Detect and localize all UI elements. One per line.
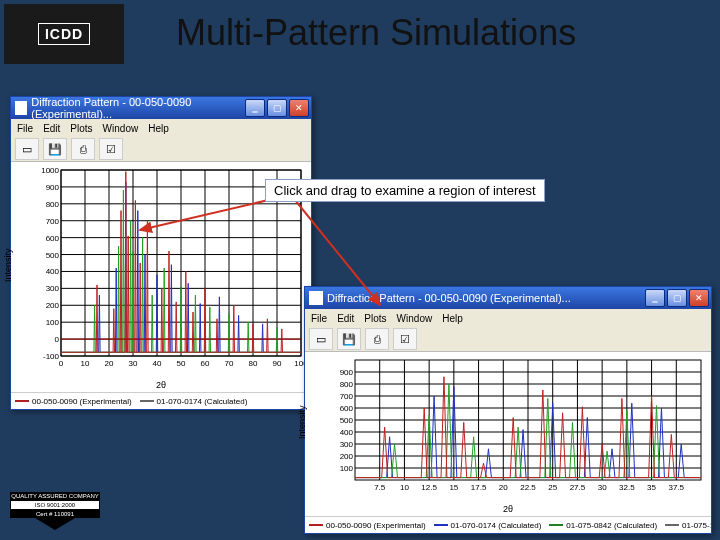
svg-text:27.5: 27.5	[570, 483, 586, 492]
svg-text:-100: -100	[43, 352, 60, 361]
toolbar: ▭💾⎙☑	[11, 137, 311, 162]
print-icon[interactable]: ⎙	[71, 138, 95, 160]
svg-text:300: 300	[46, 284, 60, 293]
menubar: FileEditPlotsWindowHelp	[11, 119, 311, 137]
legend-1: 00-050-0090 (Experimental)01-070-0174 (C…	[11, 392, 311, 409]
svg-text:1000: 1000	[41, 166, 59, 175]
svg-text:35: 35	[647, 483, 656, 492]
svg-text:7.5: 7.5	[374, 483, 386, 492]
svg-text:800: 800	[46, 200, 60, 209]
svg-text:900: 900	[340, 368, 354, 377]
svg-text:17.5: 17.5	[471, 483, 487, 492]
y-axis-label: Intensity	[297, 405, 307, 439]
maximize-button[interactable]: ▢	[667, 289, 687, 307]
menu-window[interactable]: Window	[397, 313, 433, 324]
x-axis-label: 2θ	[156, 380, 166, 390]
new-icon[interactable]: ▭	[15, 138, 39, 160]
svg-text:20: 20	[105, 359, 114, 368]
app-icon	[15, 101, 27, 115]
legend-item: 00-050-0090 (Experimental)	[309, 521, 426, 530]
legend-item: 01-075-1226 (Calculated)	[665, 521, 711, 530]
legend-item: 01-070-0174 (Calculated)	[434, 521, 542, 530]
svg-text:30: 30	[129, 359, 138, 368]
diffraction-window-2: Diffraction Pattern - 00-050-0090 (Exper…	[304, 286, 712, 534]
svg-text:40: 40	[153, 359, 162, 368]
svg-text:30: 30	[598, 483, 607, 492]
svg-text:50: 50	[177, 359, 186, 368]
maximize-button[interactable]: ▢	[267, 99, 287, 117]
new-icon[interactable]: ▭	[309, 328, 333, 350]
svg-text:20: 20	[499, 483, 508, 492]
chart-area-2[interactable]: Intensity 7.51012.51517.52022.52527.5303…	[305, 352, 711, 516]
menu-help[interactable]: Help	[442, 313, 463, 324]
save-icon[interactable]: 💾	[43, 138, 67, 160]
iso-badge: QUALITY ASSURED COMPANY ISO 9001:2000 Ce…	[10, 492, 100, 530]
svg-text:300: 300	[340, 440, 354, 449]
svg-text:80: 80	[249, 359, 258, 368]
icdd-logo: ICDD	[4, 4, 124, 64]
minimize-button[interactable]: ‗	[245, 99, 265, 117]
save-icon[interactable]: 💾	[337, 328, 361, 350]
svg-line-1	[295, 200, 380, 305]
diffraction-window-1: Diffraction Pattern - 00-050-0090 (Exper…	[10, 96, 312, 410]
legend-item: 00-050-0090 (Experimental)	[15, 397, 132, 406]
options-icon[interactable]: ☑	[99, 138, 123, 160]
legend-2: 00-050-0090 (Experimental)01-070-0174 (C…	[305, 516, 711, 533]
svg-text:700: 700	[46, 217, 60, 226]
menu-help[interactable]: Help	[148, 123, 169, 134]
arrow-2	[270, 195, 400, 315]
menu-plots[interactable]: Plots	[70, 123, 92, 134]
legend-item: 01-070-0174 (Calculated)	[140, 397, 248, 406]
svg-text:0: 0	[59, 359, 64, 368]
svg-text:800: 800	[340, 380, 354, 389]
close-button[interactable]: ✕	[689, 289, 709, 307]
svg-text:32.5: 32.5	[619, 483, 635, 492]
svg-text:15: 15	[449, 483, 458, 492]
options-icon[interactable]: ☑	[393, 328, 417, 350]
legend-item: 01-075-0842 (Calculated)	[549, 521, 657, 530]
svg-text:0: 0	[55, 335, 60, 344]
y-axis-label: Intensity	[3, 248, 13, 282]
svg-text:10: 10	[400, 483, 409, 492]
svg-text:10: 10	[81, 359, 90, 368]
svg-text:25: 25	[548, 483, 557, 492]
titlebar[interactable]: Diffraction Pattern - 00-050-0090 (Exper…	[11, 97, 311, 119]
window-title: Diffraction Pattern - 00-050-0090 (Exper…	[31, 96, 245, 120]
svg-text:400: 400	[46, 267, 60, 276]
svg-text:70: 70	[225, 359, 234, 368]
print-icon[interactable]: ⎙	[365, 328, 389, 350]
svg-text:12.5: 12.5	[421, 483, 437, 492]
menu-file[interactable]: File	[17, 123, 33, 134]
svg-text:200: 200	[340, 452, 354, 461]
svg-text:90: 90	[273, 359, 282, 368]
svg-text:200: 200	[46, 301, 60, 310]
svg-text:500: 500	[46, 251, 60, 260]
menu-window[interactable]: Window	[103, 123, 139, 134]
svg-text:37.5: 37.5	[668, 483, 684, 492]
toolbar: ▭💾⎙☑	[305, 327, 711, 352]
callout-tip: Click and drag to examine a region of in…	[265, 179, 545, 202]
menu-edit[interactable]: Edit	[43, 123, 60, 134]
close-button[interactable]: ✕	[289, 99, 309, 117]
minimize-button[interactable]: ‗	[645, 289, 665, 307]
svg-text:100: 100	[340, 464, 354, 473]
svg-text:600: 600	[340, 404, 354, 413]
svg-text:500: 500	[340, 416, 354, 425]
plot-2: 7.51012.51517.52022.52527.53032.53537.51…	[331, 356, 705, 498]
svg-text:100: 100	[46, 318, 60, 327]
svg-text:600: 600	[46, 234, 60, 243]
slide-title: Multi-Pattern Simulations	[176, 12, 576, 54]
svg-text:400: 400	[340, 428, 354, 437]
svg-text:22.5: 22.5	[520, 483, 536, 492]
svg-text:700: 700	[340, 392, 354, 401]
svg-text:900: 900	[46, 183, 60, 192]
svg-text:60: 60	[201, 359, 210, 368]
x-axis-label: 2θ	[503, 504, 513, 514]
